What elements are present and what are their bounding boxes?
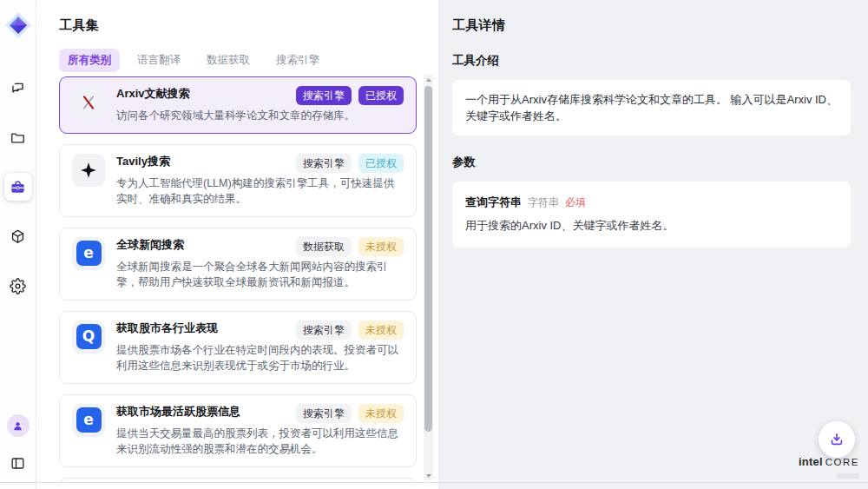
category-badge: 数据获取 xyxy=(296,237,352,256)
tool-name: Tavily搜索 xyxy=(116,154,170,169)
tool-name: 获取股市各行业表现 xyxy=(116,320,218,336)
category-badge: 搜索引擎 xyxy=(296,404,352,423)
sidebar-rail xyxy=(0,0,36,489)
auth-badge: 未授权 xyxy=(358,237,404,256)
tavily-star-icon xyxy=(72,154,105,187)
tool-card[interactable]: Arxiv文献搜索搜索引擎已授权访问各个研究领域大量科学论文和文章的存储库。 xyxy=(59,76,417,134)
tool-desc: 提供股票市场各个行业在特定时间段内的表现。投资者可以利用这些信息来识别表现优于或… xyxy=(116,342,404,374)
tool-desc: 专为人工智能代理(LLM)构建的搜索引擎工具，可快速提供实时、准确和真实的结果。 xyxy=(116,175,404,208)
sidebar-item-chat[interactable] xyxy=(4,74,32,102)
sidebar-item-toolbox[interactable] xyxy=(4,173,32,201)
download-button[interactable] xyxy=(819,421,855,458)
arxiv-icon xyxy=(72,86,105,119)
tool-card-body: 获取股市各行业表现搜索引擎未授权提供股票市场各个行业在特定时间段内的表现。投资者… xyxy=(116,320,404,374)
window-bottom-edge xyxy=(0,482,868,483)
news-logo-e-icon: e xyxy=(72,237,105,270)
tool-card-body: 获取市场最活跃股票信息搜索引擎未授权提供当天交易量最高的股票列表，投资者可以利用… xyxy=(116,404,404,458)
sidebar-bottom xyxy=(4,414,32,477)
category-badge: 搜索引擎 xyxy=(296,154,352,173)
scrollbar-up-arrow-icon[interactable] xyxy=(424,75,433,84)
app-window: 工具集 所有类别语言翻译数据获取搜索引擎 Arxiv文献搜索搜索引擎已授权访问各… xyxy=(0,0,868,489)
tool-card-body: Arxiv文献搜索搜索引擎已授权访问各个研究领域大量科学论文和文章的存储库。 xyxy=(116,86,404,124)
intro-box: 一个用于从Arxiv存储库搜索科学论文和文章的工具。 输入可以是Arxiv ID… xyxy=(452,80,851,135)
tool-list-panel: 工具集 所有类别语言翻译数据获取搜索引擎 Arxiv文献搜索搜索引擎已授权访问各… xyxy=(36,0,438,489)
sidebar-nav xyxy=(4,74,32,300)
tool-name: 获取市场最活跃股票信息 xyxy=(116,404,240,420)
auth-badge: 已授权 xyxy=(358,86,404,105)
auth-badge: 未授权 xyxy=(358,320,404,340)
tab-数据获取[interactable]: 数据获取 xyxy=(198,49,259,72)
cube-icon xyxy=(10,228,26,245)
tab-语言翻译[interactable]: 语言翻译 xyxy=(128,49,189,72)
folder-icon xyxy=(10,129,26,146)
sidebar-item-panel-toggle[interactable] xyxy=(4,449,32,477)
core-series-badge xyxy=(837,473,859,479)
sidebar-item-gear[interactable] xyxy=(4,272,32,300)
param-name: 查询字符串 xyxy=(465,195,522,210)
param-type: 字符串 xyxy=(528,195,559,210)
list-scrollbar[interactable] xyxy=(424,75,433,480)
tool-card-body: 全球新闻搜索数据获取未授权全球新闻搜索是一个聚合全球各大新闻网站内容的搜索引擎，… xyxy=(116,237,404,291)
param-required-badge: 必填 xyxy=(565,195,586,210)
tool-card[interactable]: e全球新闻搜索数据获取未授权全球新闻搜索是一个聚合全球各大新闻网站内容的搜索引擎… xyxy=(59,228,417,301)
category-tabs: 所有类别语言翻译数据获取搜索引擎 xyxy=(59,49,417,72)
tool-desc: 访问各个研究领域大量科学论文和文章的存储库。 xyxy=(116,108,404,124)
user-avatar-button[interactable] xyxy=(7,414,30,437)
auth-badge: 已授权 xyxy=(358,154,404,173)
panel-icon xyxy=(10,455,26,472)
tool-desc: 提供当天交易量最高的股票列表，投资者可以利用这些信息来识别流动性强的股票和潜在的… xyxy=(116,426,404,458)
page-title: 工具集 xyxy=(59,17,417,34)
tool-card[interactable]: Q获取股市各行业表现搜索引擎未授权提供股票市场各个行业在特定时间段内的表现。投资… xyxy=(59,311,417,384)
user-icon xyxy=(11,420,24,433)
intel-core-logo: intel CORE xyxy=(799,456,859,482)
param-desc: 用于搜索的Arxiv ID、关键字或作者姓名。 xyxy=(465,218,838,234)
sidebar-item-folder[interactable] xyxy=(4,123,32,151)
tab-所有类别[interactable]: 所有类别 xyxy=(59,49,120,72)
intro-text: 一个用于从Arxiv存储库搜索科学论文和文章的工具。 输入可以是Arxiv ID… xyxy=(465,91,838,124)
auth-badge: 未授权 xyxy=(358,404,404,423)
tab-搜索引擎[interactable]: 搜索引擎 xyxy=(267,49,328,72)
stock-logo-e-icon: e xyxy=(72,404,105,437)
tool-card-body: Tavily搜索搜索引擎已授权专为人工智能代理(LLM)构建的搜索引擎工具，可快… xyxy=(116,154,404,208)
sidebar-item-cube[interactable] xyxy=(4,222,32,250)
tool-card[interactable]: e获取市场最活跃股票信息搜索引擎未授权提供当天交易量最高的股票列表，投资者可以利… xyxy=(59,394,417,467)
intro-heading: 工具介绍 xyxy=(452,53,851,69)
toolbox-icon xyxy=(10,179,26,195)
core-wordmark: CORE xyxy=(825,458,859,468)
gear-icon xyxy=(10,278,26,294)
download-icon xyxy=(828,431,845,448)
tool-detail-panel: 工具详情 工具介绍 一个用于从Arxiv存储库搜索科学论文和文章的工具。 输入可… xyxy=(438,0,868,489)
tool-name: Arxiv文献搜索 xyxy=(116,86,190,102)
category-badge: 搜索引擎 xyxy=(296,86,352,105)
tool-desc: 全球新闻搜索是一个聚合全球各大新闻网站内容的搜索引擎，帮助用户快速获取全球最新资… xyxy=(116,259,404,291)
scrollbar-down-arrow-icon[interactable] xyxy=(424,471,433,480)
stock-logo-q-icon: Q xyxy=(72,320,105,354)
detail-title: 工具详情 xyxy=(452,17,851,34)
scrollbar-thumb[interactable] xyxy=(424,86,432,432)
params-heading: 参数 xyxy=(452,155,851,170)
param-box: 查询字符串 字符串 必填 用于搜索的Arxiv ID、关键字或作者姓名。 xyxy=(452,182,851,248)
tool-card[interactable]: Tavily搜索搜索引擎已授权专为人工智能代理(LLM)构建的搜索引擎工具，可快… xyxy=(59,144,417,217)
app-logo-icon[interactable] xyxy=(4,11,32,39)
category-badge: 搜索引擎 xyxy=(296,320,352,340)
tool-name: 全球新闻搜索 xyxy=(116,237,184,253)
chat-icon xyxy=(10,80,26,96)
intel-wordmark: intel xyxy=(799,456,823,467)
tool-card-list: Arxiv文献搜索搜索引擎已授权访问各个研究领域大量科学论文和文章的存储库。Ta… xyxy=(59,76,417,482)
